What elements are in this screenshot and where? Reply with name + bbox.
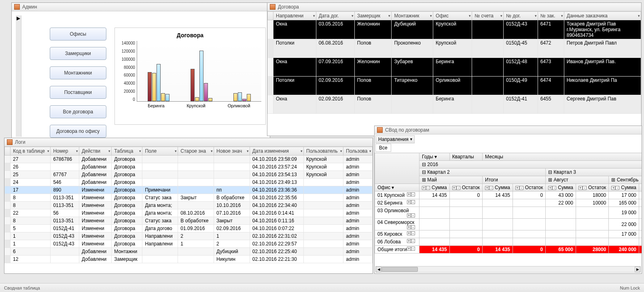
cell[interactable]: Титаренко — [392, 77, 433, 95]
cell[interactable]: 04.10.2016 23:36:36 — [250, 186, 303, 194]
cell[interactable]: Направлени — [142, 232, 178, 240]
cell[interactable]: Никулин — [214, 256, 250, 263]
cell[interactable] — [142, 179, 178, 186]
col-header[interactable]: Замерщик▾ — [354, 12, 392, 20]
cell[interactable]: 02.10.2016 22:21:30 — [250, 256, 303, 263]
nav-btn-0[interactable]: Офисы — [50, 28, 106, 40]
cell[interactable]: Петров Дмитрий Павл — [564, 39, 641, 58]
cell[interactable]: 08.10.2016 — [178, 209, 214, 217]
cell[interactable]: 0152Д-41 — [51, 225, 79, 232]
pivot-titlebar[interactable]: СВод по договорам — [375, 126, 642, 134]
cell[interactable] — [304, 240, 343, 248]
cell[interactable] — [51, 163, 79, 171]
cell[interactable]: 27 — [11, 156, 51, 163]
cell[interactable]: Беринга — [433, 58, 472, 77]
cell[interactable]: 890 — [51, 186, 79, 194]
cell[interactable] — [178, 171, 214, 179]
pivot-table[interactable]: Годы ▾КварталыМесяцы⊟ 2016⊟ Квартал 2⊟ К… — [375, 153, 642, 254]
nav-btn-1[interactable]: Замерщики — [50, 47, 106, 60]
record-selector[interactable]: ▶ — [16, 15, 21, 137]
cell[interactable]: 10.10.2016 — [214, 202, 250, 209]
cell[interactable]: Попов — [354, 77, 392, 95]
cell[interactable]: Дата монта; — [142, 202, 178, 209]
cell[interactable] — [472, 95, 504, 114]
cell[interactable] — [178, 256, 214, 263]
cell[interactable]: В обработке — [178, 217, 214, 225]
pivot-filter-field[interactable]: Направления▼ — [375, 135, 415, 143]
cell[interactable]: 12 — [11, 256, 51, 263]
cell[interactable]: admin — [343, 171, 373, 179]
cell[interactable]: Окна — [273, 20, 316, 39]
cell[interactable]: 04.10.2016 22:34:40 — [250, 202, 303, 209]
cell[interactable] — [304, 217, 343, 225]
cell[interactable]: Примечани — [142, 186, 178, 194]
cell[interactable]: 02.10.2016 22:25:40 — [250, 248, 303, 256]
cell[interactable]: Договора — [112, 232, 142, 240]
cell[interactable]: 01.09.2016 — [178, 225, 214, 232]
col-header[interactable]: Пользова▾ — [343, 147, 373, 156]
cell[interactable] — [304, 194, 343, 202]
logs-titlebar[interactable]: Логи — [4, 138, 373, 147]
cell[interactable]: admin — [343, 256, 373, 263]
contracts-titlebar[interactable]: Договора — [267, 3, 641, 11]
cell[interactable]: В обработке — [214, 194, 250, 202]
cell[interactable]: Изменени — [79, 202, 111, 209]
col-header[interactable]: Код в таблице▾ — [11, 147, 51, 156]
cell[interactable]: Зубарев — [392, 58, 433, 77]
cell[interactable]: Добавлени — [79, 156, 111, 163]
cell[interactable]: admin — [343, 225, 373, 232]
cell[interactable] — [51, 256, 79, 263]
cell[interactable]: 6474 — [538, 77, 564, 95]
cell[interactable] — [142, 248, 178, 256]
cell[interactable]: 04.10.2016 0:11:16 — [250, 217, 303, 225]
cell[interactable] — [392, 95, 433, 114]
col-header[interactable]: Номер▾ — [51, 147, 79, 156]
cell[interactable]: admin — [343, 156, 373, 163]
nav-btn-2[interactable]: Монтажники — [50, 66, 106, 79]
cell[interactable]: Статус зака — [142, 194, 178, 202]
cell[interactable] — [304, 186, 343, 194]
cell[interactable]: Изменени — [79, 186, 111, 194]
cell[interactable]: 04.10.2016 22:35:56 — [250, 194, 303, 202]
cell[interactable]: пп — [214, 186, 250, 194]
cell[interactable]: admin — [343, 179, 373, 186]
admin-titlebar[interactable]: Админ — [12, 3, 270, 11]
cell[interactable]: 0152Д-43 — [51, 240, 79, 248]
cell[interactable]: admin — [343, 194, 373, 202]
cell[interactable] — [51, 248, 79, 256]
cell[interactable] — [304, 256, 343, 263]
cell[interactable] — [178, 248, 214, 256]
col-header[interactable]: № дог.▾ — [503, 12, 538, 20]
cell[interactable]: Добавлени — [79, 171, 111, 179]
cell[interactable]: 02.10.2016 22:31:02 — [250, 232, 303, 240]
cell[interactable]: 04.10.2016 23:54:13 — [250, 171, 303, 179]
contracts-grid[interactable]: Направлени▾Дата дог.▾Замерщик▾Монтажник▾… — [267, 11, 641, 114]
cell[interactable]: Замерщик — [112, 256, 142, 263]
col-header[interactable]: Поле▾ — [142, 147, 178, 156]
cell[interactable]: Договора — [112, 217, 142, 225]
cell[interactable]: 0113-351 — [51, 194, 79, 202]
cell[interactable] — [304, 179, 343, 186]
cell[interactable] — [214, 156, 250, 163]
cell[interactable]: Окна — [273, 58, 316, 77]
cell[interactable]: 0150Д-45 — [503, 39, 538, 58]
cell[interactable]: Сергеев Дмитрий Пав — [564, 95, 641, 114]
cell[interactable]: Николаев Дмитрий Па — [564, 77, 641, 95]
cell[interactable] — [472, 20, 504, 39]
nav-btn-5[interactable]: Договора по офису — [50, 125, 106, 138]
cell[interactable]: 24 — [11, 179, 51, 186]
logs-grid[interactable]: Код в таблице▾Номер▾Действи▾Таблица▾Поле… — [4, 147, 373, 263]
cell[interactable]: admin — [343, 202, 373, 209]
col-header[interactable]: Дата дог.▾ — [316, 12, 354, 20]
cell[interactable] — [142, 156, 178, 163]
cell[interactable]: 8 — [11, 217, 51, 225]
cell[interactable] — [214, 179, 250, 186]
cell[interactable]: admin — [343, 240, 373, 248]
cell[interactable]: Договора — [112, 225, 142, 232]
cell[interactable] — [142, 163, 178, 171]
cell[interactable]: 26 — [11, 163, 51, 171]
cell[interactable]: 8 — [11, 194, 51, 202]
cell[interactable]: admin — [343, 217, 373, 225]
cell[interactable]: 2 — [178, 232, 214, 240]
cell[interactable]: 07.09.2016 — [316, 58, 354, 77]
